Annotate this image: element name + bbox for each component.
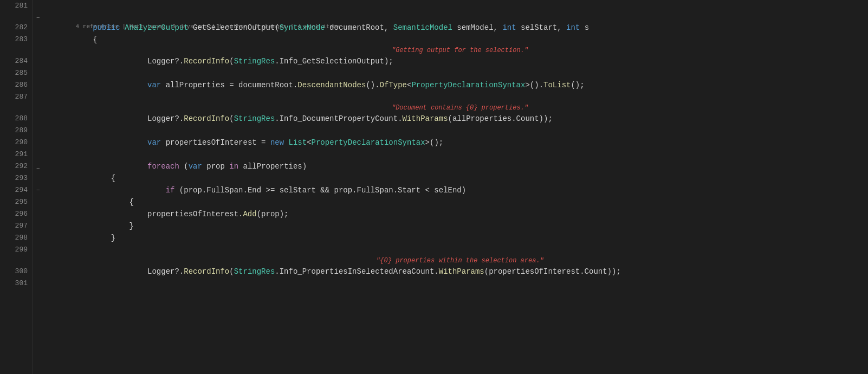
ln-281: 281 — [0, 0, 28, 12]
kw-var-2: var — [147, 138, 161, 147]
ln-293: 293 — [0, 172, 28, 184]
ln-282: 282 — [0, 22, 28, 34]
fn-name: GetSelectionOutput( — [189, 23, 280, 32]
ln-289: 289 — [0, 125, 28, 137]
kw-public: public — [93, 23, 125, 32]
code-editor: 281 282 283 284 285 286 287 288 289 290 … — [0, 0, 868, 374]
type-propertydeclsyntax-2: PropertyDeclarationSyntax — [312, 138, 425, 147]
fold-282[interactable]: − — [36, 12, 40, 24]
ln-292: 292 — [0, 160, 28, 172]
type-propertydeclsyntax-1: PropertyDeclarationSyntax — [411, 81, 525, 89]
ln-290: 290 — [0, 137, 28, 149]
kw-var-3: var — [189, 162, 202, 171]
ln-288: 288 — [0, 113, 28, 125]
type-syntaxnode: SyntaxNode — [280, 23, 325, 32]
type-stringres-1: StringRes — [234, 57, 275, 66]
type-list: List — [289, 138, 307, 147]
fn-recordinfo-2: RecordInfo — [184, 114, 229, 123]
fn-tolist: ToList — [543, 81, 571, 89]
ln-ref — [0, 12, 28, 22]
line-294: if (prop.FullSpan.End >= selStart && pro… — [52, 184, 868, 196]
kw-int2: int — [566, 23, 580, 32]
ln-285: 285 — [0, 67, 28, 79]
fn-recordinfo-1: RecordInfo — [184, 57, 229, 66]
fold-292[interactable]: − — [36, 163, 40, 175]
line-290: var propertiesOfInterest = new List<Prop… — [52, 137, 868, 149]
type-stringres-3: StringRes — [234, 267, 275, 276]
line-300: Logger?.RecordInfo(StringRes.Info_Proper… — [52, 266, 868, 278]
line-286: var allProperties = documentRoot.Descend… — [52, 79, 868, 91]
kw-int1: int — [502, 23, 516, 32]
ln-hint1 — [0, 46, 28, 55]
ln-291: 291 — [0, 149, 28, 160]
ln-283: 283 — [0, 34, 28, 46]
ln-297: 297 — [0, 220, 28, 232]
ln-hint3 — [0, 256, 28, 266]
fn-recordinfo-3: RecordInfo — [184, 267, 229, 276]
fn-withparams-1: WithParams — [403, 114, 448, 123]
line-296: propertiesOfInterest.Add(prop); — [52, 208, 868, 220]
fn-add: Add — [243, 208, 256, 220]
fn-withparams-2: WithParams — [439, 267, 484, 276]
ln-299: 299 — [0, 244, 28, 256]
line-282: public AnalyzerOutput GetSelectionOutput… — [52, 22, 868, 34]
type-semanticmodel: SemanticModel — [393, 23, 452, 32]
ln-hint2 — [0, 103, 28, 113]
ln-287: 287 — [0, 91, 28, 103]
line-numbers: 281 282 283 284 285 286 287 288 289 290 … — [0, 0, 33, 374]
ln-296: 296 — [0, 208, 28, 220]
ln-301: 301 — [0, 278, 28, 289]
kw-new: new — [270, 138, 284, 147]
kw-var-1: var — [147, 81, 161, 89]
ln-300: 300 — [0, 266, 28, 278]
ln-294: 294 — [0, 184, 28, 196]
code-content: 4 references | Matt Lacey, 3 days ago | … — [48, 0, 868, 374]
line-284: Logger?.RecordInfo(StringRes.Info_GetSel… — [52, 55, 868, 67]
ln-286: 286 — [0, 79, 28, 91]
kw-in: in — [229, 162, 238, 171]
ln-298: 298 — [0, 232, 28, 244]
kw-if: if — [166, 186, 175, 195]
line-297: } — [52, 220, 868, 232]
fn-descendantnodes: DescendantNodes — [297, 81, 366, 89]
line-298: } — [52, 232, 868, 244]
ln-284: 284 — [0, 55, 28, 67]
line-292: foreach (var prop in allProperties) — [52, 160, 868, 172]
kw-foreach: foreach — [147, 162, 179, 171]
fn-oftype: OfType — [380, 81, 407, 89]
fold-294[interactable]: − — [36, 184, 40, 196]
type-stringres-2: StringRes — [234, 114, 275, 123]
ln-295: 295 — [0, 196, 28, 208]
gutter: − − − — [33, 0, 48, 374]
type-analyzeroutput: AnalyzerOutput — [125, 23, 189, 32]
line-288: Logger?.RecordInfo(StringRes.Info_Docume… — [52, 113, 868, 125]
